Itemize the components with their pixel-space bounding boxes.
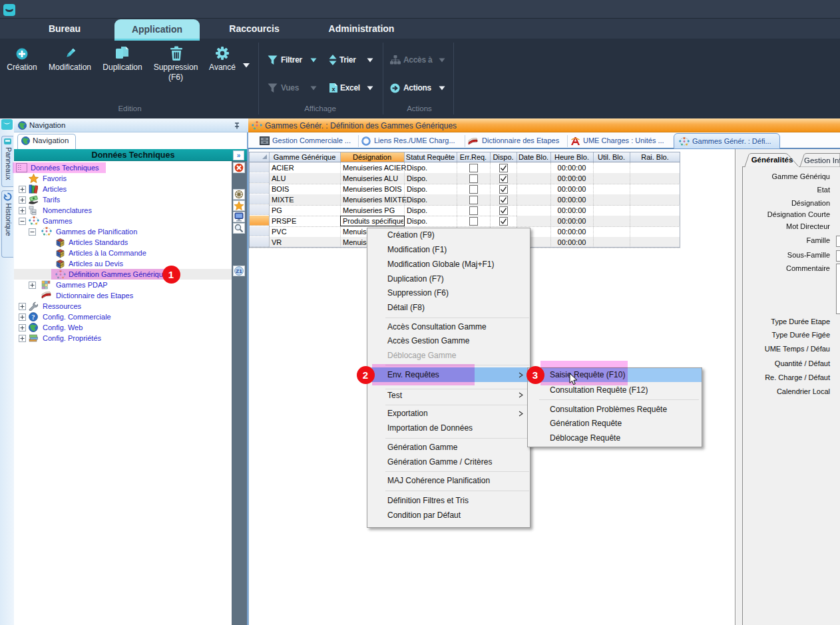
svg-text:?: ? [32,313,35,321]
svg-text:Z1: Z1 [236,268,242,274]
svg-text:x: x [331,86,335,93]
